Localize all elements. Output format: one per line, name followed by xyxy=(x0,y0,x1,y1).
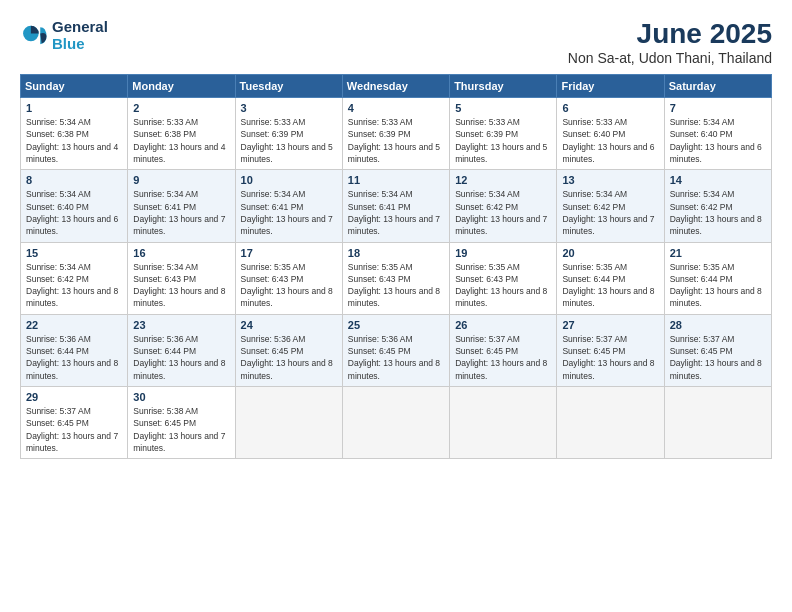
day-detail: Sunrise: 5:36 AMSunset: 6:44 PMDaylight:… xyxy=(133,333,229,382)
day-number: 23 xyxy=(133,319,229,331)
table-row: 2 Sunrise: 5:33 AMSunset: 6:38 PMDayligh… xyxy=(128,98,235,170)
table-row xyxy=(557,387,664,459)
day-detail: Sunrise: 5:34 AMSunset: 6:43 PMDaylight:… xyxy=(133,261,229,310)
day-detail: Sunrise: 5:33 AMSunset: 6:39 PMDaylight:… xyxy=(241,116,337,165)
day-number: 2 xyxy=(133,102,229,114)
calendar-header-row: Sunday Monday Tuesday Wednesday Thursday… xyxy=(21,75,772,98)
day-detail: Sunrise: 5:36 AMSunset: 6:45 PMDaylight:… xyxy=(348,333,444,382)
table-row: 28 Sunrise: 5:37 AMSunset: 6:45 PMDaylig… xyxy=(664,314,771,386)
day-number: 3 xyxy=(241,102,337,114)
day-number: 4 xyxy=(348,102,444,114)
table-row: 1 Sunrise: 5:34 AMSunset: 6:38 PMDayligh… xyxy=(21,98,128,170)
col-wednesday: Wednesday xyxy=(342,75,449,98)
day-number: 17 xyxy=(241,247,337,259)
table-row: 26 Sunrise: 5:37 AMSunset: 6:45 PMDaylig… xyxy=(450,314,557,386)
day-detail: Sunrise: 5:33 AMSunset: 6:40 PMDaylight:… xyxy=(562,116,658,165)
table-row: 12 Sunrise: 5:34 AMSunset: 6:42 PMDaylig… xyxy=(450,170,557,242)
day-detail: Sunrise: 5:37 AMSunset: 6:45 PMDaylight:… xyxy=(26,405,122,454)
calendar-week-row: 8 Sunrise: 5:34 AMSunset: 6:40 PMDayligh… xyxy=(21,170,772,242)
day-number: 22 xyxy=(26,319,122,331)
day-detail: Sunrise: 5:35 AMSunset: 6:44 PMDaylight:… xyxy=(670,261,766,310)
day-number: 24 xyxy=(241,319,337,331)
day-detail: Sunrise: 5:34 AMSunset: 6:42 PMDaylight:… xyxy=(455,188,551,237)
day-number: 13 xyxy=(562,174,658,186)
day-number: 28 xyxy=(670,319,766,331)
table-row xyxy=(664,387,771,459)
day-detail: Sunrise: 5:34 AMSunset: 6:42 PMDaylight:… xyxy=(562,188,658,237)
calendar-table: Sunday Monday Tuesday Wednesday Thursday… xyxy=(20,74,772,459)
day-number: 16 xyxy=(133,247,229,259)
table-row: 22 Sunrise: 5:36 AMSunset: 6:44 PMDaylig… xyxy=(21,314,128,386)
col-tuesday: Tuesday xyxy=(235,75,342,98)
col-friday: Friday xyxy=(557,75,664,98)
day-detail: Sunrise: 5:35 AMSunset: 6:43 PMDaylight:… xyxy=(455,261,551,310)
calendar-week-row: 15 Sunrise: 5:34 AMSunset: 6:42 PMDaylig… xyxy=(21,242,772,314)
logo: General Blue xyxy=(20,18,108,53)
calendar-subtitle: Non Sa-at, Udon Thani, Thailand xyxy=(568,50,772,66)
day-detail: Sunrise: 5:35 AMSunset: 6:43 PMDaylight:… xyxy=(348,261,444,310)
calendar-week-row: 29 Sunrise: 5:37 AMSunset: 6:45 PMDaylig… xyxy=(21,387,772,459)
table-row: 20 Sunrise: 5:35 AMSunset: 6:44 PMDaylig… xyxy=(557,242,664,314)
table-row: 8 Sunrise: 5:34 AMSunset: 6:40 PMDayligh… xyxy=(21,170,128,242)
day-number: 9 xyxy=(133,174,229,186)
header: General Blue June 2025 Non Sa-at, Udon T… xyxy=(20,18,772,66)
table-row xyxy=(450,387,557,459)
day-number: 6 xyxy=(562,102,658,114)
day-detail: Sunrise: 5:37 AMSunset: 6:45 PMDaylight:… xyxy=(455,333,551,382)
day-number: 5 xyxy=(455,102,551,114)
day-detail: Sunrise: 5:34 AMSunset: 6:41 PMDaylight:… xyxy=(241,188,337,237)
day-detail: Sunrise: 5:34 AMSunset: 6:38 PMDaylight:… xyxy=(26,116,122,165)
day-detail: Sunrise: 5:37 AMSunset: 6:45 PMDaylight:… xyxy=(562,333,658,382)
day-detail: Sunrise: 5:38 AMSunset: 6:45 PMDaylight:… xyxy=(133,405,229,454)
table-row: 13 Sunrise: 5:34 AMSunset: 6:42 PMDaylig… xyxy=(557,170,664,242)
day-detail: Sunrise: 5:36 AMSunset: 6:45 PMDaylight:… xyxy=(241,333,337,382)
table-row: 17 Sunrise: 5:35 AMSunset: 6:43 PMDaylig… xyxy=(235,242,342,314)
table-row: 16 Sunrise: 5:34 AMSunset: 6:43 PMDaylig… xyxy=(128,242,235,314)
table-row: 5 Sunrise: 5:33 AMSunset: 6:39 PMDayligh… xyxy=(450,98,557,170)
table-row: 25 Sunrise: 5:36 AMSunset: 6:45 PMDaylig… xyxy=(342,314,449,386)
calendar-week-row: 1 Sunrise: 5:34 AMSunset: 6:38 PMDayligh… xyxy=(21,98,772,170)
day-number: 27 xyxy=(562,319,658,331)
day-detail: Sunrise: 5:33 AMSunset: 6:38 PMDaylight:… xyxy=(133,116,229,165)
day-number: 15 xyxy=(26,247,122,259)
table-row: 30 Sunrise: 5:38 AMSunset: 6:45 PMDaylig… xyxy=(128,387,235,459)
calendar-title: June 2025 xyxy=(568,18,772,50)
page: General Blue June 2025 Non Sa-at, Udon T… xyxy=(0,0,792,612)
table-row xyxy=(235,387,342,459)
day-detail: Sunrise: 5:34 AMSunset: 6:42 PMDaylight:… xyxy=(26,261,122,310)
table-row: 21 Sunrise: 5:35 AMSunset: 6:44 PMDaylig… xyxy=(664,242,771,314)
col-sunday: Sunday xyxy=(21,75,128,98)
day-number: 10 xyxy=(241,174,337,186)
table-row: 7 Sunrise: 5:34 AMSunset: 6:40 PMDayligh… xyxy=(664,98,771,170)
day-number: 25 xyxy=(348,319,444,331)
table-row: 19 Sunrise: 5:35 AMSunset: 6:43 PMDaylig… xyxy=(450,242,557,314)
table-row: 14 Sunrise: 5:34 AMSunset: 6:42 PMDaylig… xyxy=(664,170,771,242)
table-row: 3 Sunrise: 5:33 AMSunset: 6:39 PMDayligh… xyxy=(235,98,342,170)
col-saturday: Saturday xyxy=(664,75,771,98)
day-detail: Sunrise: 5:33 AMSunset: 6:39 PMDaylight:… xyxy=(348,116,444,165)
calendar-week-row: 22 Sunrise: 5:36 AMSunset: 6:44 PMDaylig… xyxy=(21,314,772,386)
table-row: 29 Sunrise: 5:37 AMSunset: 6:45 PMDaylig… xyxy=(21,387,128,459)
title-block: June 2025 Non Sa-at, Udon Thani, Thailan… xyxy=(568,18,772,66)
table-row: 9 Sunrise: 5:34 AMSunset: 6:41 PMDayligh… xyxy=(128,170,235,242)
day-number: 30 xyxy=(133,391,229,403)
day-number: 8 xyxy=(26,174,122,186)
day-detail: Sunrise: 5:36 AMSunset: 6:44 PMDaylight:… xyxy=(26,333,122,382)
table-row: 23 Sunrise: 5:36 AMSunset: 6:44 PMDaylig… xyxy=(128,314,235,386)
day-number: 19 xyxy=(455,247,551,259)
day-detail: Sunrise: 5:34 AMSunset: 6:41 PMDaylight:… xyxy=(133,188,229,237)
table-row: 4 Sunrise: 5:33 AMSunset: 6:39 PMDayligh… xyxy=(342,98,449,170)
col-monday: Monday xyxy=(128,75,235,98)
logo-line2: Blue xyxy=(52,35,108,52)
day-number: 18 xyxy=(348,247,444,259)
day-number: 7 xyxy=(670,102,766,114)
logo-text: General Blue xyxy=(52,18,108,53)
day-detail: Sunrise: 5:37 AMSunset: 6:45 PMDaylight:… xyxy=(670,333,766,382)
day-number: 21 xyxy=(670,247,766,259)
day-detail: Sunrise: 5:33 AMSunset: 6:39 PMDaylight:… xyxy=(455,116,551,165)
day-detail: Sunrise: 5:35 AMSunset: 6:43 PMDaylight:… xyxy=(241,261,337,310)
day-number: 14 xyxy=(670,174,766,186)
table-row: 6 Sunrise: 5:33 AMSunset: 6:40 PMDayligh… xyxy=(557,98,664,170)
day-detail: Sunrise: 5:34 AMSunset: 6:42 PMDaylight:… xyxy=(670,188,766,237)
table-row xyxy=(342,387,449,459)
